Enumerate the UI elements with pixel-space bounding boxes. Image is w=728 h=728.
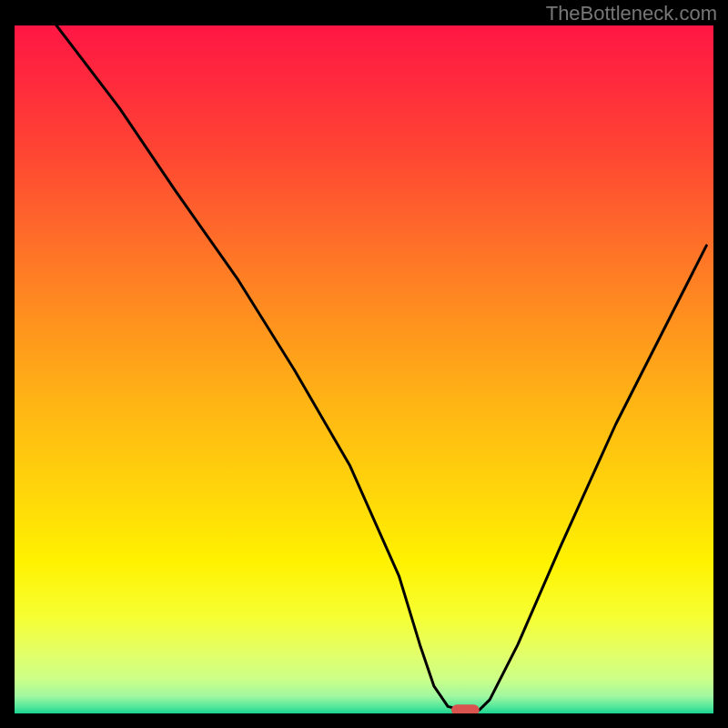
- plot-frame: [15, 25, 713, 713]
- gradient-background: [15, 25, 713, 713]
- plot-svg: [15, 25, 713, 713]
- watermark-text: TheBottleneck.com: [546, 2, 717, 25]
- figure-container: TheBottleneck.com: [0, 0, 728, 728]
- optimal-marker-rect: [451, 704, 480, 713]
